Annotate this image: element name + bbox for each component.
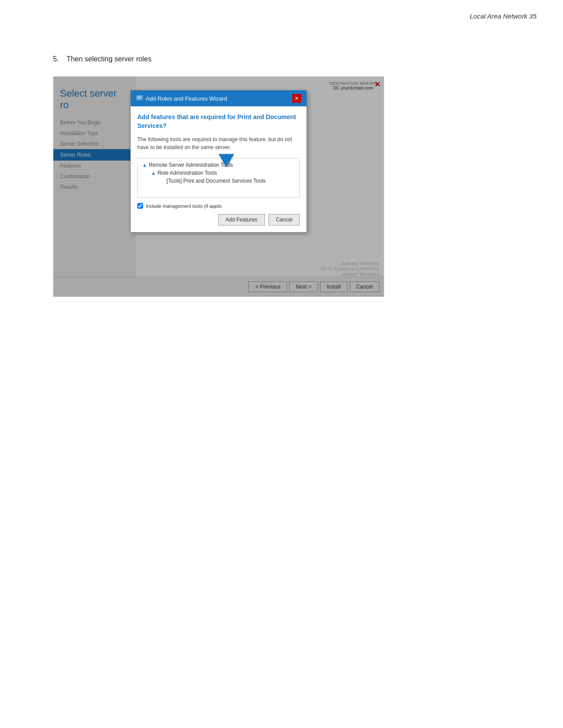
add-features-modal: Add Roles and Features Wizard ✕ Add feat… <box>130 90 307 233</box>
tree-item-2: [Tools] Print and Document Services Tool… <box>142 178 295 184</box>
modal-tree: ▲ Remote Server Administration Tools ▲ R… <box>137 158 300 198</box>
tree-expand-1[interactable]: ▲ <box>151 170 156 176</box>
svg-rect-0 <box>136 95 143 100</box>
modal-body: Add features that are required for Print… <box>131 106 306 232</box>
checkbox-label: Include management tools (if applic <box>146 203 222 209</box>
modal-cancel-button[interactable]: Cancel <box>268 214 300 225</box>
page-header: Local Area Network 35 <box>0 0 563 20</box>
step-text: Then selecting server roles <box>67 55 151 63</box>
modal-titlebar: Add Roles and Features Wizard ✕ <box>131 90 306 106</box>
modal-title-icon <box>136 94 143 103</box>
modal-question: Add features that are required for Print… <box>137 113 300 130</box>
modal-overlay: Add Roles and Features Wizard ✕ Add feat… <box>53 77 384 296</box>
tree-label-1: Role Administration Tools <box>158 170 217 176</box>
include-management-tools-checkbox[interactable] <box>137 203 143 209</box>
step-label: 5. Then selecting server roles <box>0 20 563 72</box>
modal-buttons: Add Features Cancel <box>137 214 300 225</box>
svg-rect-1 <box>137 97 142 98</box>
modal-title-text: Add Roles and Features Wizard <box>146 95 227 102</box>
tree-expand-0[interactable]: ▲ <box>142 162 147 168</box>
checkbox-row: Include management tools (if applic <box>137 203 300 209</box>
modal-close-button[interactable]: ✕ <box>292 94 301 103</box>
screenshot-container: Select server ro Before You Begin Instal… <box>53 76 384 297</box>
big-arrow <box>214 139 238 169</box>
svg-rect-2 <box>137 98 140 99</box>
add-features-button[interactable]: Add Features <box>218 214 265 225</box>
svg-marker-3 <box>219 139 234 167</box>
step-number: 5. <box>53 55 59 63</box>
tree-item-1: ▲ Role Administration Tools <box>142 170 295 176</box>
tree-label-2: [Tools] Print and Document Services Tool… <box>166 178 266 184</box>
